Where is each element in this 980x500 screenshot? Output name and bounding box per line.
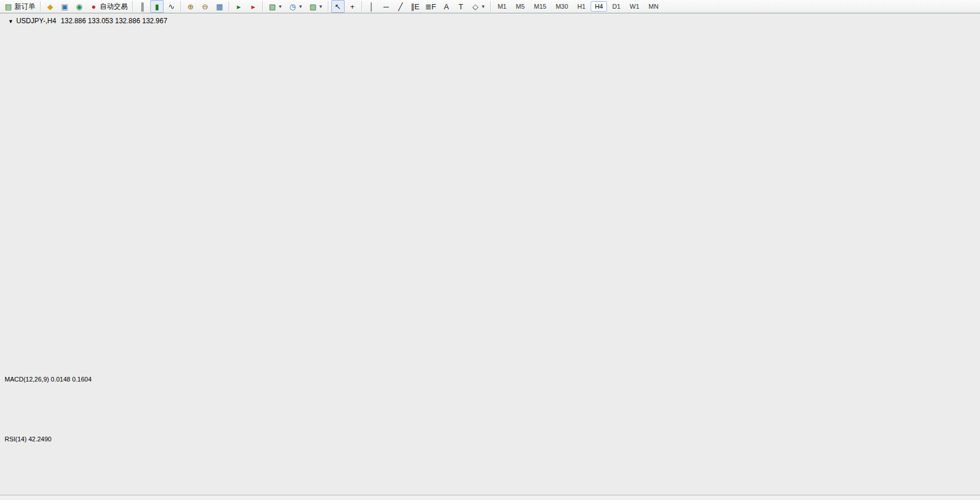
- symbol-dropdown-icon[interactable]: ▼: [8, 19, 13, 24]
- auto-scroll-button[interactable]: ▸: [232, 0, 245, 13]
- timeframe-mn-button[interactable]: MN: [645, 1, 663, 12]
- fibonacci-button[interactable]: ≣F: [423, 0, 439, 13]
- crosshair-button[interactable]: +: [346, 0, 359, 13]
- hline-icon: ─: [382, 3, 390, 10]
- indicator-icon: ▨: [309, 3, 317, 10]
- toolbar-separator: [262, 1, 263, 12]
- channel-button[interactable]: ∥E: [408, 0, 422, 13]
- toolbar-separator: [40, 1, 41, 12]
- cursor-arrow-icon: ↖: [334, 3, 342, 10]
- horizontal-line-button[interactable]: ─: [379, 0, 393, 13]
- macd-indicator-label: MACD(12,26,9) 0.0148 0.1604: [5, 376, 92, 383]
- fibonacci-icon: ≣F: [425, 3, 436, 10]
- trendline-button[interactable]: ╱: [394, 0, 407, 13]
- candlestick-icon: ▮: [153, 3, 161, 10]
- chevron-down-icon: ▼: [278, 4, 283, 9]
- chart-symbol-timeframe: USDJPY-,H4: [16, 17, 56, 25]
- autoscroll-icon: ▸: [234, 3, 243, 10]
- chevron-down-icon: ▼: [298, 4, 303, 9]
- gold-gem-icon: ◆: [46, 3, 55, 10]
- text-button[interactable]: A: [440, 0, 453, 13]
- timeframe-d1-button[interactable]: D1: [608, 1, 624, 12]
- indicators-button[interactable]: ▨▼: [306, 0, 326, 13]
- cursor-button[interactable]: ↖: [331, 0, 345, 13]
- text-label-button[interactable]: T: [454, 0, 468, 13]
- autotrade-button[interactable]: ●自动交易: [87, 0, 130, 13]
- timeframe-h1-button[interactable]: H1: [573, 1, 590, 12]
- rsi-indicator-label: RSI(14) 42.2490: [5, 436, 52, 443]
- toolbar-separator: [180, 1, 182, 12]
- tile-windows-icon: ▦: [215, 3, 224, 10]
- status-strip: [0, 495, 980, 500]
- autotrade-button-label: 自动交易: [100, 2, 128, 12]
- timeframe-w1-button[interactable]: W1: [625, 1, 643, 12]
- mt4-terminal: ▤新订单◆▣◉●自动交易║▮∿⊕⊖▦▸▸▧▼◷▼▨▼↖+│─╱∥E≣FAT◇▼M…: [0, 0, 980, 500]
- new-order-button[interactable]: ▤新订单: [2, 0, 38, 13]
- toolbar-separator: [361, 1, 363, 12]
- chart-shift-icon: ▸: [249, 3, 258, 10]
- timeframe-m15-button[interactable]: M15: [530, 1, 550, 12]
- vertical-line-button[interactable]: │: [365, 0, 378, 13]
- line-chart-icon: ∿: [167, 3, 176, 10]
- toolbar-separator: [132, 1, 133, 12]
- clock-icon: ◷: [288, 3, 297, 10]
- shapes-icon: ◇: [471, 3, 480, 10]
- timeframe-h4-button[interactable]: H4: [591, 1, 607, 12]
- channel-icon: ∥E: [411, 3, 420, 10]
- tile-windows-button[interactable]: ▦: [213, 0, 226, 13]
- line-chart-button[interactable]: ∿: [165, 0, 178, 13]
- text-icon: A: [442, 3, 451, 10]
- new-order-button-label: 新订单: [15, 2, 35, 12]
- profiles-button[interactable]: ◷▼: [286, 0, 305, 13]
- trendline-icon: ╱: [396, 3, 405, 10]
- new-chart-button[interactable]: ▧▼: [266, 0, 285, 13]
- toolbar-separator: [328, 1, 329, 12]
- signal-icon: ◉: [75, 3, 84, 10]
- chart-shift-button[interactable]: ▸: [247, 0, 260, 13]
- bar-chart-button[interactable]: ║: [136, 0, 149, 13]
- vline-icon: │: [367, 3, 376, 10]
- market-button[interactable]: ◆: [44, 0, 57, 13]
- zoom-in-button[interactable]: ⊕: [184, 0, 197, 13]
- new-chart-icon: ▧: [268, 3, 277, 10]
- zoom-out-button[interactable]: ⊖: [198, 0, 212, 13]
- chart-window-icon: ▣: [60, 3, 69, 10]
- chart-ohlc-values: 132.886 133.053 132.886 132.967: [61, 17, 168, 25]
- chart-title: ▼USDJPY-,H4132.886 133.053 132.886 132.9…: [8, 17, 167, 25]
- text-label-icon: T: [457, 3, 465, 10]
- zoom-in-icon: ⊕: [186, 3, 195, 10]
- timeframe-m5-button[interactable]: M5: [512, 1, 529, 12]
- autotrade-stop-icon: ●: [89, 3, 98, 10]
- new-order-icon: ▤: [4, 3, 13, 10]
- timeframe-m1-button[interactable]: M1: [494, 1, 511, 12]
- zoom-out-icon: ⊖: [201, 3, 209, 10]
- main-toolbar: ▤新订单◆▣◉●自动交易║▮∿⊕⊖▦▸▸▧▼◷▼▨▼↖+│─╱∥E≣FAT◇▼M…: [0, 0, 980, 13]
- crosshair-icon: +: [348, 3, 357, 10]
- chevron-down-icon: ▼: [481, 4, 486, 9]
- shapes-button[interactable]: ◇▼: [469, 0, 488, 13]
- chevron-down-icon: ▼: [319, 4, 323, 9]
- toolbar-separator: [229, 1, 230, 12]
- ohlc-bars-icon: ║: [138, 3, 147, 10]
- signals-button[interactable]: ◉: [73, 0, 86, 13]
- candlestick-chart-button[interactable]: ▮: [150, 0, 164, 13]
- timeframe-m30-button[interactable]: M30: [552, 1, 572, 12]
- charts-window-button[interactable]: ▣: [58, 0, 71, 13]
- chart-canvas[interactable]: [0, 0, 980, 500]
